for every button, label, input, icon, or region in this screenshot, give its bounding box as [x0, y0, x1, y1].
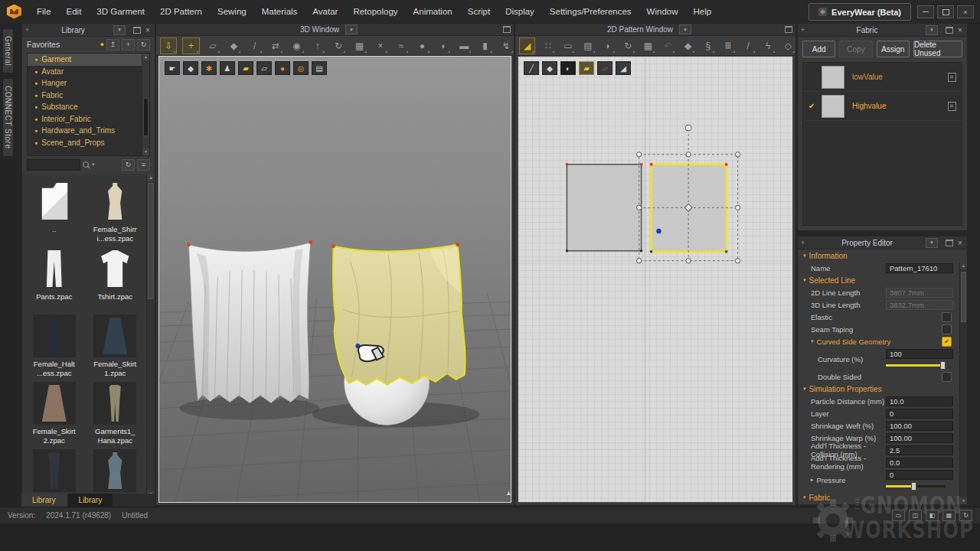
pin-point[interactable] [187, 243, 191, 246]
marquee-select-icon[interactable]: ▱ [205, 38, 220, 54]
library-item[interactable]: Tshirt.zpac [85, 247, 146, 315]
close-panel-icon[interactable]: × [956, 26, 964, 34]
quad-view-icon[interactable]: ▦ [942, 510, 956, 521]
2d-window-menu-icon[interactable]: ▾ [679, 24, 691, 34]
float-window-icon[interactable] [503, 26, 511, 33]
scroll-down-icon[interactable]: ▼ [960, 497, 967, 504]
close-button[interactable]: × [957, 5, 974, 18]
head-display-icon[interactable]: ● [275, 61, 290, 75]
maximize-button[interactable] [937, 5, 954, 18]
scroll-up-icon[interactable]: ▲ [147, 174, 155, 181]
library-item[interactable]: Garments1_ Hana.zpac [85, 382, 146, 449]
arrange-icon[interactable]: ↑ [310, 38, 325, 54]
panel-menu-icon[interactable]: ▾ [926, 25, 938, 35]
library-item[interactable]: Pants.zpac [24, 247, 85, 315]
float-panel-icon[interactable] [946, 240, 953, 246]
walk-tool-icon[interactable]: ↯ [498, 38, 514, 54]
grid-icon[interactable]: ▦ [641, 38, 655, 54]
search-filter-caret-icon[interactable]: ▾ [92, 161, 95, 168]
fabric-item[interactable]: ✔ Highvalue [803, 92, 962, 121]
sewing-tool-icon[interactable]: × [373, 38, 388, 54]
library-item[interactable]: Female_Shirr i...ess.zpac [85, 180, 146, 247]
library-item[interactable]: Female_Halt ...ess.zpac [24, 315, 85, 382]
sewing-icon[interactable]: § [701, 38, 715, 54]
3d-scene[interactable] [159, 57, 511, 502]
scroll-thumb[interactable] [143, 98, 149, 136]
world-display-icon[interactable]: ◎ [293, 61, 309, 75]
gloves-icon[interactable]: ☛ [165, 61, 180, 75]
library-item[interactable]: Garments2 [24, 449, 85, 498]
pressure-slider[interactable] [886, 482, 946, 489]
pattern-piece-left[interactable] [565, 163, 642, 253]
pleats-icon[interactable]: Ⅲ [720, 38, 735, 54]
create-rectangle-icon[interactable]: ▭ [560, 38, 575, 54]
seam-taping-checkbox[interactable] [942, 324, 952, 334]
gear-icon[interactable]: ✱ [201, 61, 217, 75]
side-tab[interactable]: CONNECT Store [3, 79, 13, 155]
favorites-item[interactable]: ● Hanger [28, 77, 149, 90]
white-drape-garment[interactable] [187, 240, 312, 403]
favorites-item[interactable]: ● Substance [28, 101, 149, 113]
edit-pattern-icon[interactable]: ∷ [541, 38, 555, 54]
fabric-action-button[interactable]: Assign [877, 41, 910, 57]
fabric-on-icon[interactable]: ▰ [238, 61, 253, 75]
property-input[interactable]: 100.00 [886, 421, 953, 431]
float-panel-icon[interactable] [946, 27, 953, 34]
close-panel-icon[interactable]: × [144, 26, 152, 34]
scale-display-icon[interactable]: ▤ [312, 61, 327, 75]
menu-item[interactable]: File [29, 0, 59, 23]
menu-item[interactable]: Help [686, 0, 720, 23]
curvature-input[interactable]: 100 [886, 349, 953, 359]
menu-item[interactable]: Display [498, 0, 542, 23]
split-view-icon[interactable]: ◫ [909, 510, 922, 521]
scale-icon[interactable]: ◢ [616, 61, 631, 75]
favorites-item[interactable]: ● Hardware_and_Trims [28, 125, 149, 137]
fabric-swatch[interactable] [822, 66, 844, 89]
pressure-input[interactable]: 0 [886, 470, 953, 480]
reload-library-icon[interactable]: ↻ [122, 159, 135, 171]
dock-pin-icon[interactable]: + [801, 26, 808, 34]
expand-panel-icon[interactable]: ▲ [505, 489, 512, 497]
selected-point[interactable] [656, 229, 661, 233]
minimize-button[interactable] [917, 5, 934, 18]
wind-tool-icon[interactable]: ≈ [394, 38, 409, 54]
float-window-icon[interactable] [785, 26, 792, 33]
single-view-icon[interactable]: ▭ [892, 510, 905, 521]
property-input[interactable]: 10.0 [886, 396, 953, 406]
2d-pattern-canvas[interactable]: ╱ ◆ ◐ ▰ ▱ [518, 56, 793, 503]
zigzag-icon[interactable]: ϟ [761, 38, 776, 54]
library-item[interactable]: Female_Skirt 2.zpac [24, 382, 85, 449]
pleat-tool-icon[interactable]: ▮ [477, 38, 492, 54]
select-move-icon[interactable]: + [182, 37, 199, 54]
fabric-off-icon[interactable]: ▱ [256, 61, 272, 75]
garment-icon[interactable]: ◆ [681, 38, 695, 54]
library-tab[interactable]: Library [21, 494, 67, 507]
property-input[interactable]: 100.00 [886, 433, 953, 443]
info-icon[interactable]: ◐ [560, 61, 576, 75]
scroll-thumb[interactable] [961, 272, 966, 322]
avatar-icon[interactable]: ◗ [601, 38, 616, 54]
panel-menu-icon[interactable]: ▾ [926, 238, 938, 248]
scroll-down-icon[interactable]: ▼ [142, 148, 149, 155]
pin-point[interactable] [456, 243, 459, 246]
menu-item[interactable]: Window [639, 0, 686, 23]
library-item[interactable]: Garments3 [85, 449, 146, 498]
refresh-icon[interactable]: ↻ [137, 39, 150, 51]
dock-pin-icon[interactable]: + [801, 239, 808, 246]
section-selected-line[interactable]: ▾ Selected Line [798, 274, 959, 286]
property-input[interactable]: 0 [886, 409, 953, 419]
elastic-checkbox[interactable] [942, 312, 952, 322]
reset-arrangement-icon[interactable]: ↻ [331, 38, 346, 54]
favorites-item[interactable]: ● Avatar [28, 66, 149, 78]
library-tab[interactable]: Library [68, 494, 113, 507]
3d-window-menu-icon[interactable]: ▾ [345, 24, 358, 34]
press-tool-icon[interactable]: ▬ [456, 38, 472, 54]
shirt-icon[interactable]: ◇ [781, 38, 795, 54]
unfold-icon[interactable]: ↶ [661, 38, 675, 54]
fabric-yellow-icon[interactable]: ▰ [579, 61, 594, 75]
section-information[interactable]: ▾ Information [798, 249, 959, 262]
avatar-tool-icon[interactable]: ◗ [436, 38, 451, 54]
fabric-save-icon[interactable] [948, 73, 956, 82]
fabric-action-button[interactable]: Add [802, 41, 835, 57]
fabric-save-icon[interactable] [948, 102, 956, 111]
